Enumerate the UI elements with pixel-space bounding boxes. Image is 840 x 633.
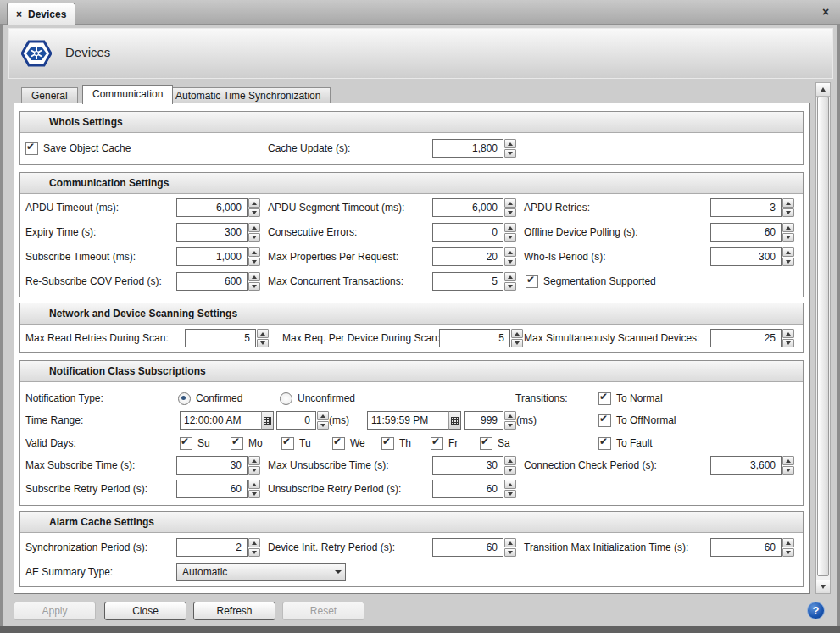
unsubscribe-retry-period-input[interactable]: 60: [432, 480, 503, 498]
day-we-checkbox[interactable]: [332, 437, 345, 450]
spin-down-button[interactable]: [504, 233, 516, 242]
vertical-scrollbar[interactable]: [815, 82, 831, 594]
spin-up-button[interactable]: [248, 456, 260, 465]
start-ms-input[interactable]: 0: [276, 411, 316, 430]
spin-down-button[interactable]: [504, 421, 516, 430]
spin-down-button[interactable]: [782, 208, 794, 218]
spin-up-button[interactable]: [782, 247, 794, 257]
device-init-retry-period-input[interactable]: 60: [432, 538, 503, 557]
to-normal-checkbox[interactable]: [598, 392, 611, 405]
reset-button[interactable]: Reset: [282, 602, 364, 620]
spin-down-button[interactable]: [248, 282, 260, 292]
max-read-retries-input[interactable]: 5: [185, 329, 256, 347]
offline-device-polling-input[interactable]: 60: [710, 223, 782, 242]
doc-tab-close-icon[interactable]: ×: [16, 8, 22, 20]
tab-automatic-time-synchronization[interactable]: Automatic Time Synchronization: [165, 87, 331, 103]
end-time-input[interactable]: 11:59:59 PM: [367, 411, 449, 430]
apply-button[interactable]: Apply: [14, 602, 96, 620]
max-properties-per-request-input[interactable]: 20: [432, 247, 503, 266]
spin-down-button[interactable]: [782, 258, 794, 267]
spin-down-button[interactable]: [782, 548, 794, 558]
subscribe-retry-period-input[interactable]: 60: [176, 480, 248, 498]
to-offnormal-checkbox[interactable]: [598, 414, 611, 427]
spin-up-button[interactable]: [782, 329, 794, 338]
help-button[interactable]: ?: [807, 602, 825, 619]
refresh-button[interactable]: Refresh: [193, 602, 275, 620]
max-req-per-device-input[interactable]: 5: [439, 329, 510, 347]
spin-up-button[interactable]: [782, 456, 794, 465]
spin-up-button[interactable]: [504, 247, 516, 257]
document-tab-devices[interactable]: × Devices: [7, 3, 75, 25]
apdu-retries-input[interactable]: 3: [710, 198, 782, 217]
spin-down-button[interactable]: [504, 466, 516, 475]
spin-down-button[interactable]: [504, 208, 516, 218]
save-object-cache-checkbox[interactable]: [25, 142, 38, 155]
re-subscribe-cov-period-input[interactable]: 600: [176, 272, 248, 291]
segmentation-supported-checkbox[interactable]: [526, 275, 538, 288]
max-simultaneously-scanned-input[interactable]: 25: [710, 329, 782, 347]
max-unsubscribe-time-input[interactable]: 30: [432, 456, 503, 475]
spin-down-button[interactable]: [504, 548, 516, 558]
spin-down-button[interactable]: [504, 149, 516, 158]
tab-communication[interactable]: Communication: [82, 85, 173, 104]
spin-up-button[interactable]: [504, 411, 516, 420]
ae-summary-type-select[interactable]: Automatic: [176, 563, 346, 581]
connection-check-period-input[interactable]: 3,600: [710, 456, 782, 475]
scroll-down-button[interactable]: [816, 580, 830, 593]
spin-up-button[interactable]: [504, 223, 516, 232]
spin-up-button[interactable]: [782, 538, 794, 547]
transition-max-initialization-input[interactable]: 60: [710, 538, 782, 557]
spin-down-button[interactable]: [504, 282, 516, 292]
synchronization-period-input[interactable]: 2: [176, 538, 248, 557]
day-fr-checkbox[interactable]: [431, 437, 443, 450]
end-ms-input[interactable]: 999: [464, 411, 503, 430]
spin-down-button[interactable]: [248, 548, 260, 558]
tab-general[interactable]: General: [21, 87, 78, 103]
spin-down-button[interactable]: [248, 490, 260, 499]
close-button[interactable]: Close: [104, 602, 186, 620]
spin-down-button[interactable]: [248, 258, 260, 267]
spin-up-button[interactable]: [504, 480, 516, 489]
spin-down-button[interactable]: [511, 339, 523, 348]
spin-down-button[interactable]: [248, 233, 260, 242]
spin-up-button[interactable]: [248, 538, 260, 547]
spin-down-button[interactable]: [317, 421, 329, 430]
day-tu-checkbox[interactable]: [281, 437, 294, 450]
consecutive-errors-input[interactable]: 0: [432, 223, 503, 242]
start-time-input[interactable]: 12:00:00 AM: [180, 411, 262, 430]
expiry-time-input[interactable]: 300: [176, 223, 248, 242]
subscribe-timeout-input[interactable]: 1,000: [176, 247, 248, 266]
spin-up-button[interactable]: [248, 480, 260, 489]
spin-down-button[interactable]: [257, 339, 269, 348]
scrollbar-thumb[interactable]: [817, 97, 829, 576]
apdu-segment-timeout-input[interactable]: 6,000: [432, 198, 503, 217]
day-mo-checkbox[interactable]: [231, 437, 243, 450]
max-concurrent-transactions-input[interactable]: 5: [432, 272, 503, 291]
day-su-checkbox[interactable]: [180, 437, 192, 450]
spin-up-button[interactable]: [511, 329, 523, 338]
day-th-checkbox[interactable]: [381, 437, 394, 450]
window-close-icon[interactable]: ×: [819, 5, 832, 19]
spin-up-button[interactable]: [504, 139, 516, 148]
spin-up-button[interactable]: [248, 247, 260, 257]
spin-down-button[interactable]: [782, 339, 794, 348]
spin-up-button[interactable]: [782, 223, 794, 232]
scroll-up-button[interactable]: [816, 83, 830, 97]
cache-update-input[interactable]: 1,800: [432, 139, 503, 158]
spin-up-button[interactable]: [504, 272, 516, 281]
spin-down-button[interactable]: [504, 490, 516, 499]
max-subscribe-time-input[interactable]: 30: [176, 456, 248, 475]
calendar-grid-icon[interactable]: [448, 411, 461, 430]
spin-down-button[interactable]: [782, 466, 794, 475]
spin-up-button[interactable]: [782, 198, 794, 208]
spin-down-button[interactable]: [248, 466, 260, 475]
spin-up-button[interactable]: [504, 198, 516, 208]
spin-up-button[interactable]: [257, 329, 269, 338]
to-fault-checkbox[interactable]: [598, 437, 611, 450]
spin-up-button[interactable]: [248, 223, 260, 232]
calendar-grid-icon[interactable]: [261, 411, 274, 430]
unconfirmed-radio[interactable]: [280, 392, 292, 405]
spin-down-button[interactable]: [248, 208, 260, 218]
spin-down-button[interactable]: [504, 258, 516, 267]
confirmed-radio[interactable]: [178, 392, 191, 405]
